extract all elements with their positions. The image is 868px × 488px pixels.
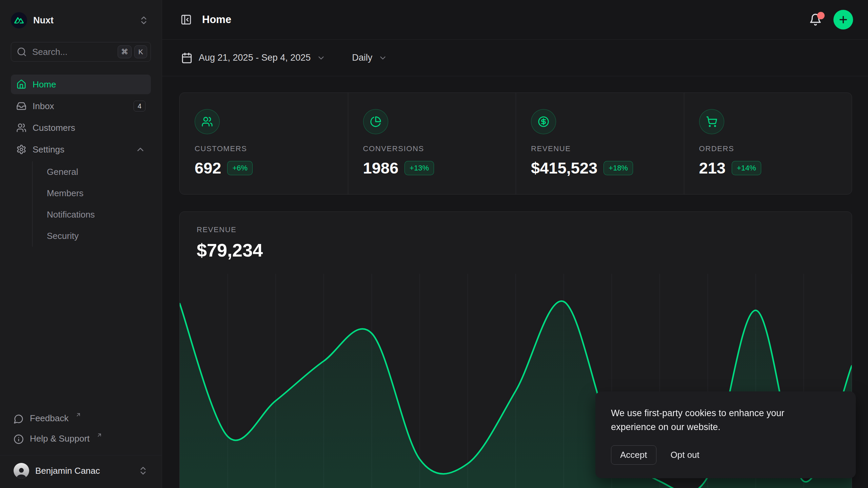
collapse-sidebar-button[interactable] bbox=[179, 13, 193, 27]
chat-bubble-icon bbox=[14, 414, 24, 424]
page-title: Home bbox=[202, 14, 231, 26]
add-button[interactable] bbox=[833, 10, 853, 29]
stat-delta-badge: +14% bbox=[732, 161, 761, 175]
inbox-count-badge: 4 bbox=[134, 101, 145, 111]
revenue-chart-label: REVENUE bbox=[197, 225, 835, 234]
stat-delta-badge: +6% bbox=[227, 161, 253, 175]
date-range-value: Aug 21, 2025 - Sep 4, 2025 bbox=[199, 53, 311, 63]
sidebar-item-inbox[interactable]: Inbox 4 bbox=[11, 96, 151, 116]
search-placeholder: Search... bbox=[32, 47, 112, 57]
search-shortcut: ⌘ K bbox=[118, 45, 147, 58]
cookie-opt-out-button[interactable]: Opt out bbox=[671, 450, 699, 460]
stats-row: CUSTOMERS 692 +6% CONVERSIONS 1986 +13% bbox=[179, 93, 852, 195]
panel-left-close-icon bbox=[180, 14, 192, 25]
nuxt-logo-icon bbox=[11, 12, 27, 28]
plus-icon bbox=[838, 14, 849, 25]
external-link-icon bbox=[75, 412, 81, 418]
user-menu[interactable]: Benjamin Canac bbox=[11, 455, 151, 481]
sidebar-nav: Home Inbox 4 Customers Settings General bbox=[11, 75, 151, 247]
sidebar-item-label: Home bbox=[33, 79, 56, 90]
stat-revenue[interactable]: REVENUE $415,523 +18% bbox=[516, 93, 684, 194]
unread-dot bbox=[817, 12, 825, 19]
sidebar-item-label: Settings bbox=[33, 144, 64, 155]
chevron-down-icon bbox=[317, 54, 326, 62]
workspace-name: Nuxt bbox=[33, 15, 54, 26]
stat-label: CONVERSIONS bbox=[363, 144, 501, 153]
gear-icon bbox=[16, 144, 26, 155]
cookie-banner: We use first-party cookies to enhance yo… bbox=[595, 391, 856, 478]
calendar-icon bbox=[181, 52, 193, 64]
stat-label: REVENUE bbox=[531, 144, 669, 153]
feedback-label: Feedback bbox=[30, 413, 68, 424]
settings-subnav: General Members Notifications Security bbox=[32, 161, 151, 247]
cookie-accept-button[interactable]: Accept bbox=[611, 445, 656, 465]
sidebar-item-customers[interactable]: Customers bbox=[11, 118, 151, 138]
page-header: Home bbox=[162, 0, 868, 40]
kbd-command: ⌘ bbox=[118, 45, 132, 58]
stat-value: $415,523 bbox=[531, 159, 597, 177]
cookie-message: We use first-party cookies to enhance yo… bbox=[611, 406, 825, 434]
stat-label: ORDERS bbox=[699, 144, 837, 153]
external-link-icon bbox=[96, 432, 102, 438]
workspace-switcher[interactable]: Nuxt bbox=[11, 10, 151, 30]
users-icon bbox=[201, 116, 213, 127]
sidebar-item-members[interactable]: Members bbox=[33, 183, 151, 204]
home-icon bbox=[16, 79, 26, 89]
info-circle-icon bbox=[14, 434, 24, 444]
stat-orders[interactable]: ORDERS 213 +14% bbox=[684, 93, 852, 194]
inbox-icon bbox=[16, 101, 26, 111]
chevrons-up-down-icon[interactable] bbox=[137, 13, 151, 27]
stat-value: 692 bbox=[195, 159, 221, 177]
search-icon bbox=[17, 47, 27, 57]
stat-delta-badge: +13% bbox=[405, 161, 434, 175]
users-icon bbox=[16, 123, 26, 133]
stat-value: 1986 bbox=[363, 159, 399, 177]
help-support-label: Help & Support bbox=[30, 433, 90, 444]
stat-value: 213 bbox=[699, 159, 726, 177]
granularity-value: Daily bbox=[352, 53, 372, 63]
sidebar-item-home[interactable]: Home bbox=[11, 75, 151, 94]
stat-delta-badge: +18% bbox=[604, 161, 633, 175]
kbd-k: K bbox=[134, 45, 147, 58]
sidebar-item-label: Customers bbox=[33, 123, 75, 133]
chevron-down-icon bbox=[378, 54, 387, 62]
feedback-link[interactable]: Feedback bbox=[11, 408, 151, 429]
shopping-cart-icon bbox=[706, 116, 717, 127]
stat-label: CUSTOMERS bbox=[195, 144, 333, 153]
chevron-up-icon bbox=[135, 144, 145, 155]
sidebar-item-notifications[interactable]: Notifications bbox=[33, 204, 151, 225]
circle-dollar-icon bbox=[538, 116, 549, 127]
filter-toolbar: Aug 21, 2025 - Sep 4, 2025 Daily bbox=[162, 40, 868, 76]
sidebar-item-label: Inbox bbox=[33, 101, 54, 111]
search-input[interactable]: Search... ⌘ K bbox=[11, 42, 151, 62]
sidebar-item-general[interactable]: General bbox=[33, 161, 151, 183]
help-support-link[interactable]: Help & Support bbox=[11, 429, 151, 449]
avatar bbox=[14, 463, 29, 479]
granularity-select[interactable]: Daily bbox=[350, 52, 389, 63]
sidebar-spacer bbox=[11, 247, 151, 408]
date-range-picker[interactable]: Aug 21, 2025 - Sep 4, 2025 bbox=[179, 52, 328, 64]
chevrons-up-down-icon bbox=[138, 466, 148, 476]
notifications-button[interactable] bbox=[808, 12, 823, 27]
header-actions bbox=[808, 10, 853, 29]
stat-customers[interactable]: CUSTOMERS 692 +6% bbox=[180, 93, 348, 194]
sidebar-item-settings[interactable]: Settings bbox=[11, 140, 151, 159]
sidebar: Nuxt Search... ⌘ K Home Inbox 4 bbox=[0, 0, 162, 488]
revenue-chart-value: $79,234 bbox=[197, 240, 835, 261]
stat-conversions[interactable]: CONVERSIONS 1986 +13% bbox=[348, 93, 516, 194]
user-name: Benjamin Canac bbox=[35, 466, 100, 476]
pie-chart-icon bbox=[370, 116, 381, 127]
sidebar-item-security[interactable]: Security bbox=[33, 225, 151, 247]
